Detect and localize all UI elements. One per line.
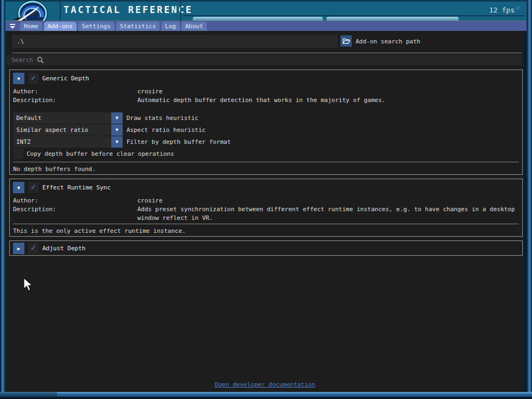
game-window-border-left — [0, 0, 5, 399]
dropdown-button[interactable]: ▼ — [111, 112, 123, 124]
addon-info: Author: crosire Description: Adds preset… — [13, 197, 519, 223]
chevron-down-icon: ▼ — [17, 76, 20, 81]
addon-name: Effect Runtime Sync — [42, 184, 111, 191]
titlebar-panel-line-horizontal — [183, 15, 524, 16]
tab-add-ons[interactable]: Add-ons — [44, 22, 77, 31]
description-label: Description: — [13, 96, 137, 105]
titlebar-panel-line-vertical — [180, 2, 181, 21]
author-value: crosire — [137, 197, 519, 205]
search-input[interactable] — [7, 55, 522, 65]
addons-page: Add-on search path ▼ ✓ Generic Depth Aut… — [5, 31, 524, 392]
addon-panel-generic-depth: ▼ ✓ Generic Depth Author: crosire Descri… — [9, 69, 523, 175]
depth-settings: Default ▼ Draw stats heuristic Similar a… — [13, 112, 519, 148]
depth-buffers-status: No depth buffers found. — [13, 166, 519, 173]
draw-stats-heuristic-select[interactable]: Default — [13, 112, 111, 124]
copy-depth-buffer-label: Copy depth buffer before clear operation… — [27, 150, 174, 157]
collapse-button[interactable]: ▼ — [13, 73, 24, 84]
addon-enabled-checkbox[interactable]: ✓ — [28, 182, 39, 193]
addon-header: ▶ ✓ Adjust Depth — [13, 243, 519, 254]
collapse-button[interactable]: ▼ — [13, 182, 24, 193]
addon-search-path-label: Add-on search path — [356, 38, 420, 45]
dropdown-row: Similar aspect ratio ▼ Aspect ratio heur… — [13, 124, 519, 136]
tab-statistics[interactable]: Statistics — [116, 22, 160, 31]
copy-depth-buffer-row: Copy depth buffer before clear operation… — [13, 149, 519, 159]
addon-name: Adjust Depth — [42, 245, 85, 252]
toolbar-separator — [12, 53, 522, 53]
tab-settings[interactable]: Settings — [78, 22, 115, 31]
runtime-instance-status: This is the only active effect runtime i… — [13, 227, 519, 235]
author-value: crosire — [137, 87, 519, 96]
chevron-right-icon: ▶ — [17, 246, 20, 251]
author-label: Author: — [13, 197, 137, 205]
chevron-down-icon: ▼ — [116, 127, 118, 132]
panel-separator — [13, 224, 519, 224]
addon-info: Author: crosire Description: Automatic d… — [13, 87, 519, 105]
chevron-down-icon: ▼ — [116, 115, 118, 121]
tab-about[interactable]: About — [181, 22, 207, 31]
addon-panel-adjust-depth: ▶ ✓ Adjust Depth — [9, 240, 523, 256]
collapse-menu-arrow-icon[interactable] — [9, 24, 16, 29]
depth-buffer-format-select[interactable]: INTZ — [13, 136, 111, 148]
aspect-ratio-heuristic-select[interactable]: Similar aspect ratio — [13, 124, 111, 136]
screen-bottom-edge — [0, 397, 532, 399]
description-label: Description: — [13, 205, 137, 223]
dropdown-label: Draw stats heuristic — [126, 115, 198, 122]
addon-enabled-checkbox[interactable]: ✓ — [28, 73, 39, 84]
description-value: Automatic depth buffer detection that wo… — [137, 96, 519, 105]
dropdown-row: INTZ ▼ Filter by depth buffer format — [13, 136, 519, 148]
chevron-down-icon: ▼ — [116, 139, 118, 144]
dropdown-button[interactable]: ▼ — [111, 124, 123, 136]
addon-enabled-checkbox[interactable]: ✓ — [28, 243, 39, 254]
game-window-bottom-edge — [57, 392, 532, 397]
description-value: Adds preset synchronization between diff… — [137, 205, 519, 223]
addon-name: Generic Depth — [42, 75, 89, 82]
panel-separator — [13, 162, 519, 162]
tab-log[interactable]: Log — [161, 22, 180, 31]
overlay-tabbar: Home Add-ons Settings Statistics Log Abo… — [5, 21, 527, 31]
open-folder-icon — [343, 38, 350, 44]
mouse-cursor — [23, 277, 34, 293]
checkmark-icon: ✓ — [31, 74, 36, 82]
developer-documentation-link[interactable]: Open developer documentation — [214, 381, 315, 388]
browse-folder-button[interactable] — [340, 35, 352, 47]
footer: Open developer documentation — [5, 381, 524, 388]
game-window-border-right — [527, 0, 532, 399]
addon-search-path-input[interactable] — [12, 35, 338, 48]
dropdown-label: Aspect ratio heuristic — [126, 126, 206, 134]
game-window-bottom-edge-left — [0, 392, 57, 397]
tab-home[interactable]: Home — [20, 22, 42, 31]
checkmark-icon: ✓ — [31, 183, 36, 191]
addon-header: ▼ ✓ Generic Depth — [13, 73, 519, 84]
dropdown-row: Default ▼ Draw stats heuristic — [13, 112, 519, 124]
author-label: Author: — [13, 87, 137, 96]
checkmark-icon: ✓ — [31, 244, 36, 252]
addon-header: ▼ ✓ Effect Runtime Sync — [13, 182, 519, 193]
tab-list: Home Add-ons Settings Statistics Log Abo… — [20, 22, 207, 31]
game-window-title: TACTICAL REFERENCE — [64, 4, 193, 15]
copy-depth-buffer-checkbox[interactable] — [13, 149, 23, 159]
titlebar-divider — [60, 0, 61, 21]
dropdown-label: Filter by depth buffer format — [126, 138, 231, 145]
expand-button[interactable]: ▶ — [13, 243, 24, 254]
fps-counter: 12 fps — [489, 6, 515, 14]
dropdown-button[interactable]: ▼ — [111, 136, 123, 148]
chevron-down-icon: ▼ — [17, 185, 20, 191]
addon-panel-effect-runtime-sync: ▼ ✓ Effect Runtime Sync Author: crosire … — [9, 179, 523, 237]
